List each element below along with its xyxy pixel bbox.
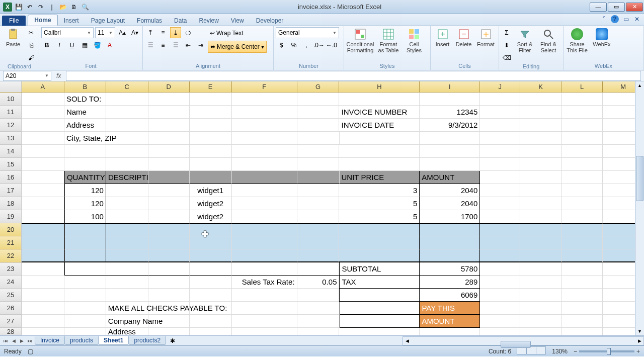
cell-G27[interactable] [297, 315, 340, 328]
cell-F28[interactable] [232, 328, 297, 335]
cell-F18[interactable] [232, 197, 297, 210]
cell-G10[interactable] [297, 93, 340, 106]
cell-B25[interactable] [64, 289, 106, 302]
close-button[interactable]: ✕ [626, 3, 643, 12]
scroll-track[interactable] [635, 89, 644, 327]
cell-J12[interactable] [480, 119, 520, 132]
cell-I26[interactable]: PAY THIS [420, 302, 480, 315]
row-header-24[interactable]: 24 [0, 276, 22, 289]
cell-D24[interactable] [148, 276, 190, 289]
col-header-E[interactable]: E [190, 81, 232, 92]
cell-F25[interactable] [232, 289, 297, 302]
cell-J19[interactable] [480, 210, 520, 223]
cell-H14[interactable] [339, 145, 420, 158]
bold-button[interactable]: B [41, 40, 52, 51]
cell-J25[interactable] [480, 289, 520, 302]
border-button[interactable]: ▦ [79, 40, 90, 51]
cell-A14[interactable] [22, 145, 64, 158]
cell-K21[interactable] [520, 236, 561, 249]
cell-A24[interactable] [22, 276, 64, 289]
cell-J20[interactable] [480, 223, 520, 236]
row-header-12[interactable]: 12 [0, 119, 22, 132]
cell-D17[interactable] [148, 184, 190, 197]
row-header-19[interactable]: 19 [0, 210, 22, 223]
number-format-combo[interactable]: General▼ [276, 27, 339, 38]
cell-K15[interactable] [520, 158, 561, 171]
cell-G16[interactable] [297, 171, 340, 184]
cell-E24[interactable] [190, 276, 232, 289]
cell-L12[interactable] [561, 119, 603, 132]
cell-G14[interactable] [297, 145, 340, 158]
cell-D11[interactable] [148, 106, 190, 119]
cell-J11[interactable] [480, 106, 520, 119]
cell-J17[interactable] [480, 184, 520, 197]
cell-E28[interactable] [190, 328, 232, 335]
col-header-G[interactable]: G [297, 81, 340, 92]
cell-C19[interactable] [106, 210, 148, 223]
row-header-27[interactable]: 27 [0, 315, 22, 328]
orientation-icon[interactable]: ⭯ [183, 27, 194, 38]
cell-K10[interactable] [520, 93, 561, 106]
cell-I28[interactable] [420, 328, 480, 335]
cell-L21[interactable] [561, 236, 603, 249]
cell-F19[interactable] [232, 210, 297, 223]
cell-I12[interactable]: 9/3/2012 [420, 119, 480, 132]
minimize-ribbon-icon[interactable]: ˅ [600, 15, 608, 23]
cell-G25[interactable] [297, 289, 340, 302]
cell-D15[interactable] [148, 158, 190, 171]
cell-D10[interactable] [148, 93, 190, 106]
cell-I20[interactable] [420, 223, 480, 236]
cell-I21[interactable] [420, 236, 480, 249]
cell-A16[interactable] [22, 171, 64, 184]
align-left-icon[interactable]: ☰ [145, 40, 156, 51]
scroll-down-icon[interactable]: ▼ [635, 327, 644, 335]
cell-A11[interactable] [22, 106, 64, 119]
vertical-scrollbar[interactable]: ▲ ▼ [635, 81, 644, 335]
cell-C11[interactable] [106, 106, 148, 119]
cell-B16[interactable]: QUANTITY [64, 171, 106, 184]
cell-L23[interactable] [561, 262, 603, 276]
cell-D16[interactable] [148, 171, 190, 184]
cell-A19[interactable] [22, 210, 64, 223]
conditional-formatting-button[interactable]: Conditional Formatting [346, 27, 374, 54]
cell-F24[interactable]: Sales Tax Rate: [232, 276, 297, 289]
cell-F22[interactable] [232, 249, 297, 262]
cell-D23[interactable] [148, 262, 190, 276]
cell-D14[interactable] [148, 145, 190, 158]
cell-B28[interactable] [64, 328, 106, 335]
cell-A23[interactable] [22, 262, 64, 276]
cell-B10[interactable]: SOLD TO: [64, 93, 106, 106]
cell-I27[interactable]: AMOUNT [420, 315, 480, 328]
save-icon[interactable]: 💾 [14, 3, 23, 12]
cell-I13[interactable] [420, 132, 480, 145]
align-middle-icon[interactable]: ≡ [157, 27, 169, 38]
row-header-15[interactable]: 15 [0, 158, 22, 171]
cell-F15[interactable] [232, 158, 297, 171]
cell-K17[interactable] [520, 184, 561, 197]
tab-home[interactable]: Home [28, 15, 57, 26]
cell-L27[interactable] [561, 315, 603, 328]
cell-C26[interactable]: MAKE ALL CHECKS PAYABLE TO: [106, 302, 148, 315]
cell-E27[interactable] [190, 315, 232, 328]
cell-E12[interactable] [190, 119, 232, 132]
cell-C23[interactable] [106, 262, 148, 276]
cell-A21[interactable] [22, 236, 64, 249]
decrease-font-icon[interactable]: A▾ [129, 27, 140, 38]
cell-F21[interactable] [232, 236, 297, 249]
cell-I22[interactable] [420, 249, 480, 262]
cell-E23[interactable] [190, 262, 232, 276]
fx-icon[interactable]: fx [51, 72, 66, 79]
cell-A25[interactable] [22, 289, 64, 302]
cell-C14[interactable] [106, 145, 148, 158]
decrease-decimal-icon[interactable]: ←.0 [326, 40, 337, 51]
align-center-icon[interactable]: ≡ [157, 40, 169, 51]
zoom-thumb[interactable] [607, 348, 611, 355]
cell-G15[interactable] [297, 158, 340, 171]
cell-K14[interactable] [520, 145, 561, 158]
cell-B18[interactable]: 120 [64, 197, 106, 210]
cell-H13[interactable] [340, 132, 420, 145]
cell-L22[interactable] [561, 249, 603, 262]
cell-I23[interactable]: 5780 [420, 262, 480, 276]
increase-font-icon[interactable]: A▴ [117, 27, 128, 38]
minimize-button[interactable]: — [590, 3, 607, 12]
